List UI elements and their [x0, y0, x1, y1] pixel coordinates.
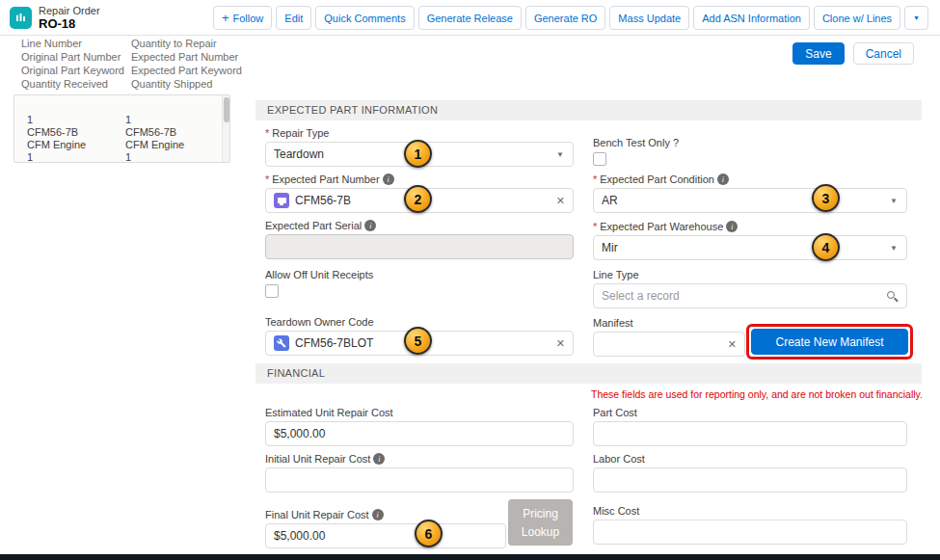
product-icon: [274, 193, 289, 208]
line-label: Quantity Shipped: [131, 78, 212, 90]
field-label: Teardown Owner Code: [265, 316, 374, 328]
field-label: Misc Cost: [593, 505, 639, 517]
line-label: Line Number: [21, 38, 82, 49]
field-expected-part-serial: Expected Part Serial i: [265, 219, 574, 259]
chevron-down-icon: ▼: [556, 150, 564, 159]
list-scrollbar-thumb[interactable]: [224, 97, 229, 122]
generate-release-button[interactable]: Generate Release: [418, 6, 522, 30]
info-icon[interactable]: i: [726, 221, 738, 232]
field-label: Final Unit Repair Cost: [265, 509, 369, 520]
field-expected-part-warehouse: * Expected Part Warehouse i Mir ▼: [593, 220, 907, 260]
field-manifest: Manifest ✕: [593, 316, 745, 357]
mass-update-button[interactable]: Mass Update: [609, 6, 689, 30]
field-label: Labor Cost: [593, 453, 645, 465]
wrench-icon: [274, 335, 289, 351]
pricing-lookup-button[interactable]: Pricing Lookup: [508, 499, 573, 546]
initial-unit-repair-cost-input[interactable]: [265, 467, 574, 493]
annotation-step-3: 3: [812, 184, 840, 212]
save-button[interactable]: Save: [792, 42, 844, 65]
list-scrollbar[interactable]: [222, 95, 229, 162]
clear-icon[interactable]: ✕: [556, 195, 565, 207]
edit-button[interactable]: Edit: [276, 6, 311, 30]
button-label-line1: Pricing: [523, 507, 558, 520]
field-estimated-unit-repair-cost: Estimated Unit Repair Cost: [265, 406, 574, 446]
cancel-button[interactable]: Cancel: [853, 42, 914, 65]
line-item-list[interactable]: 1 CFM56-7B CFM Engine 1 1 CFM56-7B CFM E…: [13, 94, 230, 163]
add-asn-information-button[interactable]: Add ASN Information: [693, 6, 810, 30]
button-label: Mass Update: [618, 13, 681, 24]
info-icon[interactable]: i: [717, 173, 729, 185]
annotation-step-4: 4: [812, 233, 840, 261]
allow-off-unit-receipts-checkbox[interactable]: [265, 284, 279, 298]
field-part-cost: Part Cost: [593, 406, 907, 446]
meter-bars-glyph: [13, 11, 28, 25]
chevron-down-icon: ▼: [890, 244, 898, 253]
field-label: Part Cost: [593, 407, 637, 418]
field-label: Line Type: [593, 269, 639, 280]
create-new-manifest-button[interactable]: Create New Manifest: [751, 329, 908, 355]
part-cost-input[interactable]: [593, 421, 907, 446]
info-icon[interactable]: i: [372, 509, 384, 520]
line-value: 1: [125, 114, 131, 125]
line-value: CFM56-7B: [27, 126, 78, 138]
button-label-line2: Lookup: [522, 525, 559, 539]
field-bench-test-only: Bench Test Only ?: [593, 136, 907, 166]
clear-icon[interactable]: ✕: [728, 338, 737, 351]
bench-test-only-checkbox[interactable]: [593, 152, 606, 166]
selected-value: Mir: [602, 241, 618, 254]
estimated-unit-repair-cost-input[interactable]: [265, 421, 574, 446]
clone-with-lines-button[interactable]: Clone w/ Lines: [814, 6, 900, 30]
button-label: Edit: [284, 13, 303, 24]
required-asterisk: *: [265, 127, 269, 139]
line-label: Quantity to Repair: [131, 38, 217, 49]
expected-part-condition-select[interactable]: AR ▼: [593, 188, 907, 213]
selected-value: Teardown: [274, 147, 324, 161]
misc-cost-input[interactable]: [593, 520, 907, 545]
labor-cost-input[interactable]: [593, 467, 907, 493]
bottom-bar: [0, 554, 940, 560]
field-label: Manifest: [593, 317, 633, 329]
line-value: 1: [27, 114, 33, 125]
lookup-value: CFM56-7B: [295, 194, 351, 207]
field-label: Repair Type: [272, 127, 329, 139]
line-type-lookup-input[interactable]: [593, 283, 907, 308]
expected-part-serial-input: [265, 234, 574, 259]
record-header: Repair Order RO-18 + Follow Edit Quick C…: [0, 0, 940, 36]
field-labor-cost: Labor Cost: [593, 452, 907, 493]
record-name: RO-18: [39, 16, 75, 31]
section-header-financial: FINANCIAL: [255, 363, 922, 384]
expected-part-warehouse-select[interactable]: Mir ▼: [593, 235, 907, 260]
manifest-lookup[interactable]: ✕: [593, 332, 745, 357]
line-value: 1: [27, 151, 33, 163]
info-icon[interactable]: i: [364, 220, 376, 231]
quick-comments-button[interactable]: Quick Comments: [315, 6, 414, 30]
more-actions-button[interactable]: ▼: [904, 6, 928, 30]
field-expected-part-condition: * Expected Part Condition i AR ▼: [593, 173, 907, 213]
chevron-down-icon: ▼: [890, 197, 898, 205]
button-label: Quick Comments: [324, 13, 405, 24]
generate-ro-button[interactable]: Generate RO: [525, 6, 605, 30]
entity-label: Repair Order: [39, 5, 100, 16]
info-icon[interactable]: i: [383, 173, 394, 185]
annotation-step-5: 5: [404, 327, 432, 355]
line-value: 1: [125, 151, 131, 163]
line-value: CFM Engine: [125, 139, 184, 150]
final-unit-repair-cost-input[interactable]: [265, 523, 506, 548]
field-label: Expected Part Condition: [600, 173, 714, 185]
follow-button[interactable]: + Follow: [213, 6, 272, 30]
line-value: CFM Engine: [27, 139, 86, 150]
field-label: Expected Part Number: [272, 173, 379, 185]
annotation-step-1: 1: [404, 140, 432, 168]
info-icon[interactable]: i: [373, 453, 385, 465]
clear-icon[interactable]: ✕: [556, 337, 565, 350]
field-line-type: Line Type: [593, 268, 907, 308]
line-value: CFM56-7B: [125, 126, 176, 138]
financial-note: These fields are used for reporting only…: [591, 388, 923, 400]
edit-toolbar: Save Cancel: [792, 42, 914, 65]
lookup-value: CFM56-7BLOT: [295, 336, 373, 350]
required-asterisk: *: [593, 221, 597, 232]
button-label: Clone w/ Lines: [822, 13, 892, 24]
field-label: Estimated Unit Repair Cost: [265, 407, 393, 418]
field-label: Expected Part Serial: [265, 220, 362, 231]
repair-order-page: Repair Order RO-18 + Follow Edit Quick C…: [0, 0, 940, 560]
